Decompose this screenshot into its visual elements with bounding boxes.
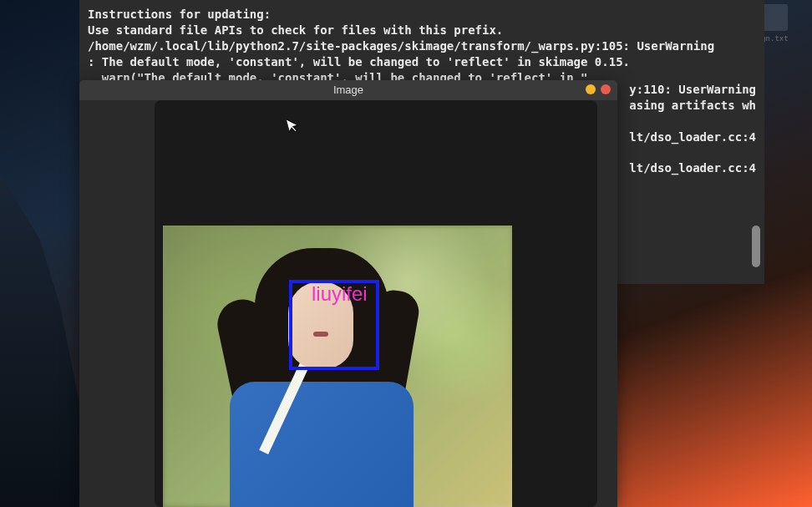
window-title: Image: [333, 84, 363, 96]
terminal-overflow: y:110: UserWarning asing artifacts wh lt…: [629, 82, 756, 176]
terminal-scrollbar[interactable]: [752, 226, 760, 267]
image-content-area: liuyifei: [79, 100, 617, 507]
shirt-shape: [230, 382, 414, 507]
window-controls: [586, 84, 611, 94]
detection-label: liuyifei: [312, 282, 368, 306]
minimize-button[interactable]: [586, 84, 596, 94]
terminal-output: Instructions for updating: Use standard …: [88, 7, 756, 85]
image-viewer-window[interactable]: Image liuyifei: [79, 80, 617, 507]
window-titlebar[interactable]: Image: [79, 80, 617, 100]
close-button[interactable]: [601, 84, 611, 94]
